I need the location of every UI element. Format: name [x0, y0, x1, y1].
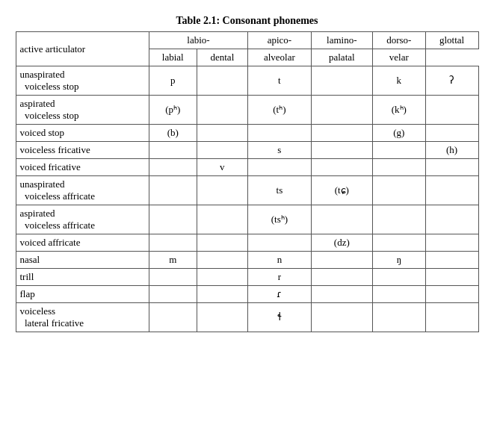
cell-palatal [311, 205, 372, 234]
row-label: flap [16, 286, 149, 303]
cell-palatal [311, 269, 372, 286]
table-row: aspirated voiceless stop(pʰ)(tʰ)(kʰ) [16, 96, 478, 125]
cell-dental [197, 303, 247, 332]
cell-palatal: (tɕ) [311, 176, 372, 205]
cell-glottal [425, 286, 478, 303]
cell-dental [197, 234, 247, 252]
table-row: flapɾ [16, 286, 478, 303]
cell-glottal [425, 205, 478, 234]
consonant-table: active articulator labio- apico- lamino-… [16, 31, 479, 332]
row-label: voiceless fricative [16, 142, 149, 159]
table-row: unaspirated voiceless affricatets(tɕ) [16, 176, 478, 205]
cell-glottal [425, 125, 478, 142]
palatal-header: palatal [311, 49, 372, 66]
row-label: unaspirated voiceless affricate [16, 176, 149, 205]
cell-palatal [311, 303, 372, 332]
cell-labial [149, 205, 197, 234]
cell-velar [372, 286, 425, 303]
cell-velar: ŋ [372, 252, 425, 269]
row-label: voiced stop [16, 125, 149, 142]
row-label: aspirated voiceless stop [16, 96, 149, 125]
velar-header: velar [372, 49, 425, 66]
cell-alveolar: t [248, 66, 312, 96]
cell-dental: v [197, 159, 247, 176]
cell-velar [372, 303, 425, 332]
cell-alveolar: (tsʰ) [248, 205, 312, 234]
cell-palatal [311, 252, 372, 269]
row-label: voiceless lateral fricative [16, 303, 149, 332]
cell-glottal [425, 176, 478, 205]
cell-glottal: (h) [425, 142, 478, 159]
cell-dental [197, 66, 247, 96]
table-row: voiceless fricatives(h) [16, 142, 478, 159]
table-title: Table 2.1: Consonant phonemes [16, 15, 479, 27]
lamino-header: lamino- [311, 32, 372, 49]
cell-glottal [425, 303, 478, 332]
cell-dental [197, 96, 247, 125]
cell-palatal: (dz) [311, 234, 372, 252]
dental-header: dental [197, 49, 247, 66]
cell-velar: (kʰ) [372, 96, 425, 125]
cell-alveolar [248, 234, 312, 252]
table-row: unaspirated voiceless stopptkʔ [16, 66, 478, 96]
cell-labial: (b) [149, 125, 197, 142]
cell-glottal [425, 96, 478, 125]
cell-glottal: ʔ [425, 66, 478, 96]
table-container: Table 2.1: Consonant phonemes active art… [16, 15, 479, 332]
labio-header: labio- [149, 32, 247, 49]
cell-alveolar: ts [248, 176, 312, 205]
cell-palatal [311, 286, 372, 303]
cell-dental [197, 205, 247, 234]
cell-alveolar: ɬ [248, 303, 312, 332]
active-articulator-header: active articulator [16, 32, 149, 66]
cell-labial [149, 269, 197, 286]
cell-velar [372, 205, 425, 234]
cell-glottal [425, 269, 478, 286]
row-label: unaspirated voiceless stop [16, 66, 149, 96]
apico-header: apico- [248, 32, 312, 49]
row-label: voiced affricate [16, 234, 149, 252]
cell-labial [149, 286, 197, 303]
row-label: aspirated voiceless affricate [16, 205, 149, 234]
cell-velar [372, 159, 425, 176]
cell-palatal [311, 142, 372, 159]
cell-labial: p [149, 66, 197, 96]
cell-labial: (pʰ) [149, 96, 197, 125]
cell-alveolar: ɾ [248, 286, 312, 303]
table-row: voiced affricate(dz) [16, 234, 478, 252]
cell-labial [149, 176, 197, 205]
table-row: voiceless lateral fricativeɬ [16, 303, 478, 332]
cell-velar: (g) [372, 125, 425, 142]
cell-palatal [311, 159, 372, 176]
cell-labial [149, 159, 197, 176]
cell-glottal [425, 252, 478, 269]
table-row: voiced stop(b)(g) [16, 125, 478, 142]
cell-labial: m [149, 252, 197, 269]
cell-glottal [425, 234, 478, 252]
cell-velar [372, 269, 425, 286]
cell-velar [372, 234, 425, 252]
cell-alveolar: r [248, 269, 312, 286]
cell-palatal [311, 125, 372, 142]
cell-alveolar: n [248, 252, 312, 269]
cell-velar [372, 142, 425, 159]
row-label: nasal [16, 252, 149, 269]
passive-articulator-header: labial [149, 49, 197, 66]
row-label: trill [16, 269, 149, 286]
dorso-header: dorso- [372, 32, 425, 49]
cell-glottal [425, 159, 478, 176]
cell-labial [149, 234, 197, 252]
table-row: voiced fricativev [16, 159, 478, 176]
cell-dental [197, 269, 247, 286]
cell-labial [149, 142, 197, 159]
cell-velar: k [372, 66, 425, 96]
glottal-header: glottal [425, 32, 478, 49]
cell-labial [149, 303, 197, 332]
cell-dental [197, 176, 247, 205]
cell-dental [197, 286, 247, 303]
cell-dental [197, 125, 247, 142]
cell-velar [372, 176, 425, 205]
cell-alveolar [248, 159, 312, 176]
cell-dental [197, 142, 247, 159]
table-row: aspirated voiceless affricate(tsʰ) [16, 205, 478, 234]
